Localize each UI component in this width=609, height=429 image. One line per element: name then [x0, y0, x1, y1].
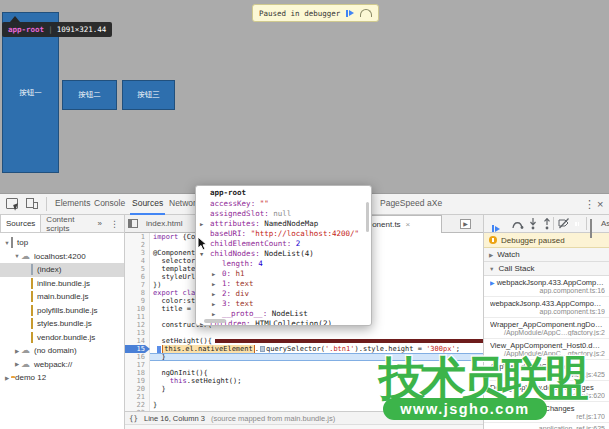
tree-arrow-icon[interactable]: ▼: [3, 240, 11, 246]
line-number[interactable]: 19: [125, 377, 150, 385]
main-tab-elements[interactable]: Elements: [53, 194, 92, 213]
resume-button[interactable]: [492, 218, 500, 236]
line-number[interactable]: 17: [125, 361, 150, 369]
popup-horizontal-scrollbar[interactable]: [204, 319, 226, 323]
tab-overflow-icon[interactable]: ▶: [460, 219, 471, 229]
line-number[interactable]: 2: [125, 241, 150, 249]
tree-item-inline-bundle-js[interactable]: inline.bundle.js: [0, 277, 124, 291]
tree-item-localhost-4200[interactable]: ▼☁localhost:4200: [0, 250, 124, 264]
line-number[interactable]: 11: [125, 313, 150, 321]
navigator-tab-sources[interactable]: Sources: [0, 215, 41, 232]
tree-item-main-bundle-js[interactable]: main.bundle.js: [0, 290, 124, 304]
line-number[interactable]: 12: [125, 321, 150, 329]
tree-item-polyfills-bundle-js[interactable]: polyfills.bundle.js: [0, 304, 124, 318]
expand-arrow-icon[interactable]: ▶: [212, 309, 215, 319]
page-button-3[interactable]: 按钮三: [122, 80, 175, 110]
popup-property-1[interactable]: ▶1: text: [196, 279, 371, 289]
step-out-button[interactable]: [542, 218, 552, 230]
code-token: import: [153, 233, 183, 241]
popup-vertical-scrollbar[interactable]: [366, 202, 370, 232]
device-toolbar-icon[interactable]: [26, 198, 38, 209]
inspect-element-icon[interactable]: [6, 198, 18, 209]
line-number[interactable]: 21: [125, 393, 150, 401]
watermark-url: www.jsgho.com: [400, 401, 529, 417]
evaluated-expression[interactable]: this.el.nativeElement: [162, 345, 255, 353]
tree-arrow-icon[interactable]: ▶: [13, 348, 21, 354]
main-tab-axe[interactable]: aXe: [425, 194, 444, 213]
line-number[interactable]: 14: [125, 337, 150, 345]
tree-item--no-domain-[interactable]: ▶☁(no domain): [0, 344, 124, 358]
callstack-frame-location[interactable]: app.component.ts:19: [490, 308, 605, 315]
tree-arrow-icon[interactable]: ▶: [13, 361, 21, 367]
line-number[interactable]: 3: [125, 249, 150, 257]
callstack-item-2[interactable]: Wrapper_AppComponent.ngDo…/AppModule/App…: [484, 318, 609, 339]
callstack-item-1[interactable]: webpackJsonp.433.AppCompo…app.component.…: [484, 297, 609, 318]
callstack-frame-location[interactable]: /AppModule/AppC…gfactory.js:2: [490, 329, 605, 336]
popup-property-length[interactable]: length: 4: [196, 259, 371, 269]
navigator-tab--[interactable]: »: [95, 215, 105, 232]
popup-property-attributes[interactable]: ▶attributes: NamedNodeMap: [196, 219, 371, 229]
popup-property-childNodes[interactable]: ▼childNodes: NodeList(4): [196, 249, 371, 259]
tree-arrow-icon[interactable]: ▶: [3, 375, 11, 381]
section-header-watch[interactable]: ▶Watch: [484, 248, 609, 262]
line-number[interactable]: 7: [125, 281, 150, 289]
tree-item-webpack-[interactable]: ▶☁webpack://: [0, 358, 124, 372]
line-number[interactable]: 6: [125, 273, 150, 281]
callstack-frame-location[interactable]: app.component.ts:16: [490, 287, 605, 294]
popup-property-assignedSlot[interactable]: assignedSlot: null: [196, 209, 371, 219]
popup-property-__proto__[interactable]: ▶__proto__: NodeList: [196, 309, 371, 319]
tree-item-top[interactable]: ▼top: [0, 236, 124, 250]
popup-property-childElementCount[interactable]: childElementCount: 2: [196, 239, 371, 249]
banner-step-over-icon[interactable]: [360, 9, 372, 17]
pretty-print-icon[interactable]: {}: [129, 414, 138, 423]
expand-arrow-icon[interactable]: ▶: [212, 269, 215, 279]
line-number[interactable]: 5: [125, 265, 150, 273]
expand-arrow-icon[interactable]: ▶: [200, 219, 203, 229]
line-number[interactable]: 9: [125, 297, 150, 305]
step-over-button[interactable]: [511, 219, 524, 229]
line-number[interactable]: 18: [125, 369, 150, 377]
tree-item-demo-12[interactable]: ▶demo 12: [0, 371, 124, 385]
toggle-navigator-icon[interactable]: [128, 219, 138, 228]
popup-property-baseURI[interactable]: baseURI: "http://localhost:4200/": [196, 229, 371, 239]
expand-arrow-icon[interactable]: ▶: [200, 319, 203, 326]
main-tab-pagespeed[interactable]: PageSpeed: [378, 194, 426, 213]
navigator-tab-content-scripts[interactable]: Content scripts: [41, 215, 94, 232]
popup-property-3[interactable]: ▶3: text: [196, 299, 371, 309]
line-number[interactable]: 16: [125, 353, 150, 361]
line-number[interactable]: 8: [125, 289, 150, 297]
line-number[interactable]: 1: [125, 233, 150, 241]
callstack-frame-location[interactable]: application_ref.js:625: [490, 425, 605, 429]
page-button-2[interactable]: 按钮二: [62, 80, 117, 110]
devtools-more-menu-icon[interactable]: ⋮: [584, 194, 595, 214]
tree-arrow-icon[interactable]: ▼: [13, 253, 21, 259]
navigator-more-icon[interactable]: ⋮: [105, 215, 124, 232]
section-header-call-stack[interactable]: ▼Call Stack: [484, 262, 609, 276]
line-number[interactable]: 20: [125, 385, 150, 393]
popup-property-2[interactable]: ▶2: div: [196, 289, 371, 299]
callstack-item-0[interactable]: ▶webpackJsonp.433.AppCompo…app.component…: [484, 276, 609, 297]
tree-item-vendor-bundle-js[interactable]: vendor.bundle.js: [0, 331, 124, 345]
breakpoint-gutter[interactable]: 15: [125, 345, 150, 353]
line-number[interactable]: 4: [125, 257, 150, 265]
line-number[interactable]: 22: [125, 401, 150, 409]
expand-arrow-icon[interactable]: ▶: [212, 279, 215, 289]
editor-tab-index-html[interactable]: index.html: [140, 215, 188, 232]
main-tab-sources[interactable]: Sources: [130, 194, 165, 215]
main-tab-console[interactable]: Console: [92, 194, 127, 213]
async-checkbox[interactable]: [590, 220, 592, 238]
tree-item--index-[interactable]: (index): [0, 263, 124, 277]
line-number[interactable]: 10: [125, 305, 150, 313]
devtools-close-icon[interactable]: ×: [597, 194, 603, 214]
step-into-button[interactable]: [528, 218, 538, 230]
banner-resume-icon[interactable]: [346, 10, 354, 17]
tab-close-icon[interactable]: ×: [406, 220, 411, 229]
popup-property-accessKey[interactable]: accessKey: "": [196, 199, 371, 209]
popup-property-0[interactable]: ▶0: h1: [196, 269, 371, 279]
expand-arrow-icon[interactable]: ▶: [212, 299, 215, 309]
tree-item-styles-bundle-js[interactable]: styles.bundle.js: [0, 317, 124, 331]
deactivate-breakpoints-button[interactable]: [558, 218, 570, 229]
line-number[interactable]: 13: [125, 329, 150, 337]
callstack-item-7[interactable]: application_ref.js:625: [484, 423, 609, 429]
expand-arrow-icon[interactable]: ▶: [212, 289, 215, 299]
